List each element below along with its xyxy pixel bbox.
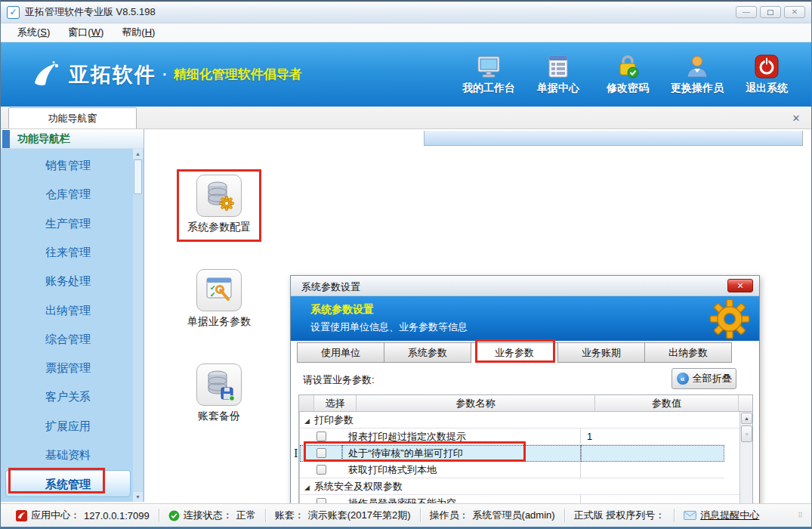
- table-scrollbar-thumb[interactable]: ≡: [741, 425, 752, 442]
- window-title: 亚拓管理软件专业版 V8.5.198: [25, 5, 156, 19]
- dialog-tab-0[interactable]: 使用单位: [297, 342, 384, 363]
- toolbar-exit-power[interactable]: 退出系统: [736, 54, 798, 95]
- app-launcher-database-backup[interactable]: 账套备份: [159, 363, 279, 423]
- expand-triangle-icon[interactable]: ◢: [304, 413, 310, 429]
- sidebar-item-9[interactable]: 扩展应用: [5, 413, 131, 440]
- app-launcher-form-params[interactable]: ✔✔单据业务参数: [159, 269, 279, 329]
- menu-item-0[interactable]: 系统(S): [8, 24, 59, 41]
- system-params-dialog: 系统参数设置 ✕ 系统参数设置 设置使用单位信息、业务参数等信息: [290, 275, 760, 529]
- nav-scrollbar[interactable]: ▲ ▼: [133, 149, 143, 502]
- nav-header-label: 功能导航栏: [17, 132, 70, 146]
- minimize-button[interactable]: —: [736, 6, 757, 18]
- dialog-tab-3[interactable]: 业务账期: [557, 342, 645, 363]
- menu-item-2[interactable]: 帮助(H): [113, 24, 164, 41]
- sidebar-item-1[interactable]: 仓库管理: [5, 181, 131, 208]
- scroll-up-icon[interactable]: ▲: [133, 149, 143, 159]
- background-panel-edge: [424, 131, 803, 146]
- sidebar-item-3[interactable]: 往来管理: [5, 239, 131, 266]
- param-value-cell[interactable]: [581, 445, 724, 462]
- param-group-label[interactable]: ◢系统安全及权限参数: [300, 478, 752, 495]
- status-label: 应用中心：: [31, 509, 80, 522]
- toolbar-item-label: 修改密码: [607, 82, 649, 95]
- param-value-cell[interactable]: [581, 462, 724, 478]
- banner-toolbar: 我的工作台单据中心修改密码更换操作员退出系统: [458, 54, 798, 95]
- param-row-3[interactable]: 获取打印格式到本地: [299, 462, 752, 478]
- dialog-tab-1[interactable]: 系统参数: [384, 342, 471, 363]
- status-value: 演示账套(2017年第2期): [308, 509, 411, 522]
- status-segment-1: 连接状态：正常: [159, 509, 265, 522]
- nav-sidebar-header: 功能导航栏: [1, 129, 144, 149]
- tabstrip-close-icon[interactable]: ✕: [790, 112, 802, 124]
- header-banner: 亚拓软件 · 精细化管理软件倡导者 我的工作台单据中心修改密码更换操作员退出系统: [1, 42, 811, 107]
- status-segment-2: 账套：演示账套(2017年第2期): [266, 509, 420, 522]
- status-label: 操作员：: [430, 509, 469, 522]
- column-param-name[interactable]: 参数名称: [357, 395, 595, 411]
- sidebar-item-11[interactable]: 系统管理: [5, 470, 131, 497]
- brand-separator: ·: [162, 66, 168, 83]
- close-button[interactable]: ✕: [784, 6, 805, 18]
- sidebar-item-4[interactable]: 账务处理: [5, 268, 131, 295]
- sidebar-item-0[interactable]: 销售管理: [5, 152, 131, 179]
- sidebar-item-8[interactable]: 客户关系: [5, 383, 131, 410]
- database-backup-icon[interactable]: [196, 363, 242, 406]
- status-ok-icon: [168, 510, 180, 521]
- menu-item-1[interactable]: 窗口(W): [59, 24, 113, 41]
- database-gear-icon[interactable]: [196, 175, 242, 217]
- status-value: 正常: [236, 509, 256, 522]
- resize-grip[interactable]: ⠿: [798, 512, 804, 519]
- status-label[interactable]: 消息提醒中心: [700, 509, 759, 522]
- column-param-value[interactable]: 参数值: [595, 395, 739, 411]
- window-controls: —✕: [736, 6, 805, 18]
- param-name-cell[interactable]: 获取打印格式到本地: [342, 462, 581, 478]
- param-row-2[interactable]: 处于“待审核”的单据可打印: [299, 445, 752, 462]
- minimize-icon: —: [743, 8, 750, 16]
- param-value-cell[interactable]: 1: [581, 428, 724, 445]
- dialog-close-button[interactable]: ✕: [727, 279, 753, 292]
- toolbar-operator-person[interactable]: 更换操作员: [666, 54, 728, 95]
- maximize-button[interactable]: [760, 6, 781, 18]
- workspace-tabstrip: 功能导航窗 ✕: [1, 107, 811, 129]
- param-checkbox[interactable]: [316, 448, 326, 458]
- dialog-title-bar: 系统参数设置 ✕: [291, 276, 759, 296]
- sidebar-item-10[interactable]: 基础资料: [5, 441, 131, 469]
- dialog-title: 系统参数设置: [301, 280, 360, 294]
- brand-name: 亚拓软件: [69, 61, 156, 88]
- toolbar-item-label: 单据中心: [537, 82, 579, 95]
- nav-scrollbar-thumb[interactable]: [134, 159, 142, 194]
- sidebar-item-7[interactable]: 票据管理: [5, 354, 131, 382]
- status-segment-5[interactable]: 消息提醒中心: [675, 509, 768, 522]
- collapse-all-button[interactable]: « 全部折叠: [672, 368, 736, 389]
- toolbar-document-center[interactable]: 单据中心: [527, 54, 589, 95]
- expand-triangle-icon[interactable]: ◢: [304, 480, 310, 496]
- toolbar-password-lock[interactable]: 修改密码: [597, 54, 659, 95]
- column-select[interactable]: 选择: [314, 395, 357, 411]
- dialog-banner: 系统参数设置 设置使用单位信息、业务参数等信息: [291, 296, 759, 341]
- dialog-tab-2[interactable]: 业务参数: [471, 342, 558, 363]
- nav-header-accent: [2, 130, 10, 148]
- password-lock-icon: [615, 54, 641, 79]
- param-name-cell[interactable]: 处于“待审核”的单据可打印: [342, 445, 581, 462]
- param-row-1[interactable]: 报表打印超过指定次数提示1: [299, 428, 752, 445]
- svg-text:✔: ✔: [210, 291, 216, 299]
- form-params-icon[interactable]: ✔✔: [196, 269, 242, 311]
- toolbar-workbench-monitor[interactable]: 我的工作台: [458, 54, 520, 95]
- status-label: 正式版 授权序列号：: [574, 509, 665, 522]
- title-bar: ✓ 亚拓管理软件专业版 V8.5.198 —✕: [1, 1, 811, 23]
- sidebar-item-6[interactable]: 综合管理: [5, 326, 131, 353]
- app-window: ✓ 亚拓管理软件专业版 V8.5.198 —✕ 系统(S)窗口(W)帮助(H) …: [0, 0, 812, 529]
- dialog-tabs: 使用单位系统参数业务参数业务账期出纳参数: [291, 341, 759, 363]
- dialog-tab-4[interactable]: 出纳参数: [644, 342, 732, 363]
- app-launcher-label: 系统参数配置: [159, 221, 279, 234]
- param-checkbox[interactable]: [316, 432, 326, 441]
- sidebar-item-2[interactable]: 生产管理: [5, 210, 131, 237]
- param-checkbox[interactable]: [316, 465, 326, 475]
- collapse-chevrons-icon: «: [677, 373, 689, 385]
- param-name-cell[interactable]: 报表打印超过指定次数提示: [342, 428, 581, 445]
- scroll-down-icon[interactable]: ▼: [133, 492, 143, 502]
- param-group-label[interactable]: ◢打印参数: [300, 412, 752, 428]
- sidebar-item-5[interactable]: 出纳管理: [5, 297, 131, 324]
- tab-nav-window[interactable]: 功能导航窗: [8, 107, 137, 128]
- app-launcher-database-gear[interactable]: 系统参数配置: [159, 175, 279, 234]
- scroll-up-icon[interactable]: ▲: [741, 413, 752, 424]
- param-select-cell: [300, 462, 342, 478]
